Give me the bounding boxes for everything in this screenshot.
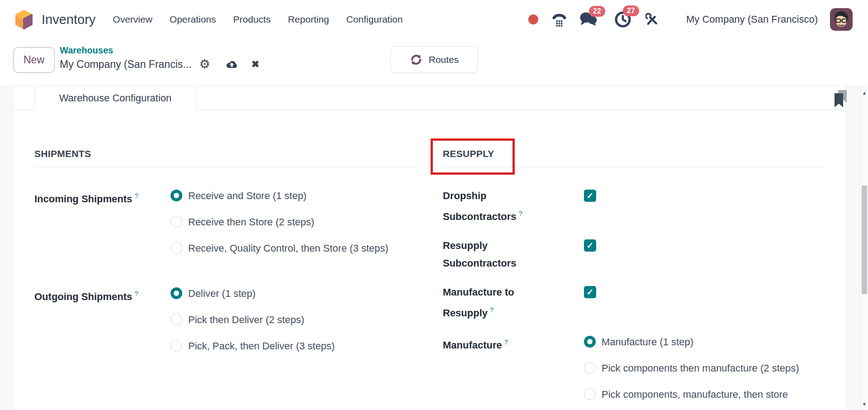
help-question-icon: ?	[519, 210, 522, 217]
sync-routes-icon	[410, 53, 422, 66]
nav-menu: OverviewOperationsProductsReportingConfi…	[113, 14, 403, 25]
save-cloud-upload-icon[interactable]	[226, 59, 238, 69]
scrollbar-thumb[interactable]	[862, 186, 867, 294]
tab-warehouse-configuration[interactable]: Warehouse Configuration	[34, 86, 196, 110]
field-label-text: Resupply Subcontractors	[443, 240, 517, 269]
help-question-icon: ?	[134, 290, 138, 297]
radio-unselected[interactable]	[171, 314, 182, 325]
scrollbar: ▲ ▼	[860, 86, 868, 410]
radio-option-label[interactable]: Manufacture (1 step)	[602, 333, 693, 351]
radio-unselected[interactable]	[171, 242, 182, 254]
field-label-resupply-subcontractors: Resupply Subcontractors	[443, 237, 584, 272]
radio-selected[interactable]	[584, 336, 596, 348]
activities-button[interactable]: 27	[615, 11, 631, 28]
new-button[interactable]: New	[13, 47, 55, 73]
field-label-text: Outgoing Shipments	[34, 291, 132, 302]
field-label-text: Dropship Subcontractors	[443, 190, 517, 222]
field-label-outgoing-shipments: Outgoing Shipments?	[34, 285, 171, 363]
routes-button[interactable]: Routes	[390, 46, 478, 73]
radio-option-receive-then-store-2-steps: Receive then Store (2 steps)	[171, 213, 389, 231]
breadcrumb-current: My Company (San Francis...	[60, 58, 191, 71]
breadcrumb: Warehouses My Company (San Francis... ⚙ …	[60, 45, 259, 72]
radio-option-pick-components-then-manufacture-2-steps: Pick components then manufacture (2 step…	[584, 359, 799, 377]
field-row-manufacture-to-resupply: Manufacture to Resupply?✓	[443, 283, 823, 322]
messages-button[interactable]: 22	[579, 12, 598, 27]
phone-icon	[552, 12, 567, 27]
help-question-icon: ?	[504, 338, 508, 346]
radio-option-receive-quality-control-then-store-3-steps: Receive, Quality Control, then Store (3 …	[171, 239, 389, 257]
shipments-fields: Incoming Shipments?Receive and Store (1 …	[34, 187, 416, 363]
field-label-text: Manufacture	[443, 339, 502, 351]
control-panel: New Warehouses My Company (San Francis..…	[0, 39, 868, 86]
debug-tools-button[interactable]	[645, 13, 659, 26]
nav-item-overview[interactable]: Overview	[113, 14, 152, 25]
shipments-section: SHIPMENTS Incoming Shipments?Receive and…	[34, 148, 416, 382]
field-label-text: Incoming Shipments	[34, 193, 132, 205]
nav-item-products[interactable]: Products	[233, 14, 271, 25]
activities-badge: 27	[623, 5, 639, 16]
radio-unselected[interactable]	[584, 388, 596, 400]
favorites-bookmark-button[interactable]	[833, 90, 849, 109]
field-label-manufacture-to-resupply: Manufacture to Resupply?	[443, 283, 584, 322]
user-avatar[interactable]	[830, 8, 853, 31]
help-question-icon: ?	[490, 306, 493, 314]
bookmark-icon	[833, 90, 849, 109]
discard-x-icon[interactable]: ✖	[251, 59, 260, 70]
radio-option-label[interactable]: Pick, Pack, then Deliver (3 steps)	[188, 337, 335, 355]
radio-option-receive-and-store-1-step: Receive and Store (1 step)	[171, 187, 389, 205]
help-question-icon: ?	[134, 192, 138, 200]
nav-item-configuration[interactable]: Configuration	[346, 14, 403, 25]
radio-option-pick-components-manufacture-then-store: Pick components, manufacture, then store	[584, 386, 799, 403]
field-row-outgoing-shipments: Outgoing Shipments?Deliver (1 step)Pick …	[34, 285, 416, 363]
checkbox-checked[interactable]: ✓	[584, 239, 596, 252]
radio-selected[interactable]	[171, 190, 182, 201]
radio-group: Manufacture (1 step)Pick components then…	[584, 333, 799, 410]
radio-option-label[interactable]: Pick components, manufacture, then store	[602, 386, 788, 403]
radio-option-pick-then-deliver-2-steps: Pick then Deliver (2 steps)	[171, 311, 335, 329]
nav-item-reporting[interactable]: Reporting	[288, 14, 329, 25]
routes-button-label: Routes	[429, 54, 459, 65]
field-row-dropship-subcontractors: Dropship Subcontractors?✓	[443, 187, 823, 225]
radio-group: Deliver (1 step)Pick then Deliver (2 ste…	[171, 285, 335, 363]
radio-option-label[interactable]: Pick then Deliver (2 steps)	[188, 311, 304, 329]
app-title: Inventory	[42, 12, 95, 27]
radio-option-pick-pack-then-deliver-3-steps: Pick, Pack, then Deliver (3 steps)	[171, 337, 335, 355]
tools-icon	[645, 13, 659, 26]
field-row-manufacture: Manufacture?Manufacture (1 step)Pick com…	[443, 333, 823, 410]
scrollbar-down-button[interactable]: ▼	[861, 400, 868, 408]
company-menu[interactable]: My Company (San Francisco)	[686, 14, 818, 25]
inventory-app-icon[interactable]	[14, 10, 34, 29]
radio-unselected[interactable]	[171, 216, 182, 228]
messages-badge: 22	[589, 6, 605, 17]
radio-option-label[interactable]: Receive then Store (2 steps)	[188, 213, 314, 231]
radio-unselected[interactable]	[584, 362, 596, 374]
field-label-text: Manufacture to Resupply	[443, 286, 514, 319]
radio-option-label[interactable]: Receive and Store (1 step)	[188, 187, 307, 205]
notebook-tabs: Warehouse Configuration	[14, 86, 845, 110]
settings-gear-icon[interactable]: ⚙	[199, 57, 210, 72]
radio-option-manufacture-1-step: Manufacture (1 step)	[584, 333, 799, 351]
radio-option-deliver-1-step: Deliver (1 step)	[171, 285, 335, 302]
radio-unselected[interactable]	[171, 340, 182, 352]
resupply-fields: Dropship Subcontractors?✓Resupply Subcon…	[443, 187, 823, 410]
shipments-section-title: SHIPMENTS	[34, 148, 416, 167]
nav-right-cluster: 22 27 My Company (San Francisco)	[528, 8, 853, 31]
field-row-resupply-subcontractors: Resupply Subcontractors✓	[443, 237, 823, 272]
field-label-manufacture: Manufacture?	[443, 333, 584, 410]
nav-item-operations[interactable]: Operations	[170, 14, 216, 25]
radio-option-label[interactable]: Receive, Quality Control, then Store (3 …	[188, 239, 389, 257]
checkbox-checked[interactable]: ✓	[584, 286, 596, 298]
field-label-dropship-subcontractors: Dropship Subcontractors?	[443, 187, 584, 225]
checkbox-checked[interactable]: ✓	[584, 190, 596, 202]
field-label-incoming-shipments: Incoming Shipments?	[34, 187, 171, 266]
radio-group: Receive and Store (1 step)Receive then S…	[171, 187, 389, 266]
scrollbar-up-button[interactable]: ▲	[861, 89, 868, 97]
radio-selected[interactable]	[171, 287, 182, 299]
voip-button[interactable]	[552, 12, 567, 27]
resupply-section-title: RESUPPLY	[443, 148, 823, 167]
breadcrumb-warehouses-link[interactable]: Warehouses	[60, 45, 113, 56]
radio-option-label[interactable]: Deliver (1 step)	[188, 285, 256, 302]
radio-option-label[interactable]: Pick components then manufacture (2 step…	[602, 359, 799, 377]
recording-indicator-icon	[528, 14, 538, 24]
navbar: Inventory OverviewOperationsProductsRepo…	[0, 0, 868, 39]
